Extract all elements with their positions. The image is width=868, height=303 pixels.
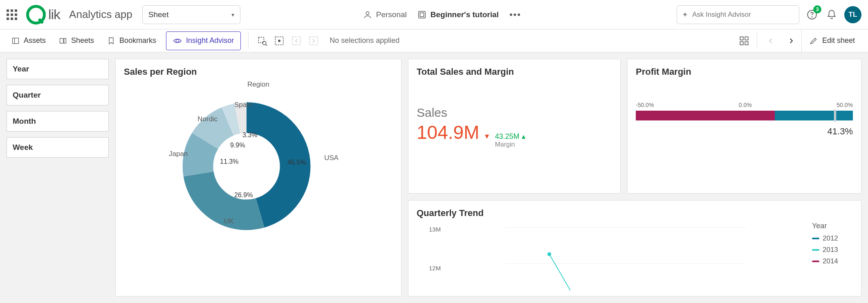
filter-month[interactable]: Month [7, 111, 109, 131]
svg-rect-7 [60, 38, 63, 43]
assets-icon [11, 37, 20, 45]
sheets-button[interactable]: Sheets [53, 29, 100, 52]
legend-2012[interactable]: 2012 [812, 234, 853, 243]
trend-ytick-13m: 13M [429, 226, 441, 233]
gauge-bar [636, 111, 853, 120]
sheet-dropdown[interactable]: Sheet ▾ [142, 5, 240, 24]
filter-pane: Year Quarter Month Week [7, 59, 109, 296]
donut-pct-spain: 3.3% [242, 131, 257, 139]
margin-title: Profit Margin [636, 67, 853, 77]
kpi-title: Total Sales and Margin [417, 67, 612, 77]
donut-pct-nordic: 9.9% [230, 142, 245, 149]
edit-sheet-label: Edit sheet [822, 36, 855, 45]
gauge-max: 50.0% [837, 102, 853, 108]
gauge-mid: 0.0% [739, 102, 752, 108]
user-avatar[interactable]: TL [844, 6, 861, 23]
sparkle-icon: ✦ [682, 10, 688, 19]
donut-label-uk: UK [224, 217, 234, 225]
quarterly-trend-card[interactable]: Quarterly Trend 13M 12M Year 2012 2013 [408, 200, 861, 296]
trend-legend: Year 2012 2013 2014 [808, 222, 853, 290]
insight-label: Insight Advisor [186, 36, 234, 45]
svg-rect-1 [419, 11, 426, 18]
svg-rect-16 [310, 37, 318, 45]
step-back-icon [291, 36, 302, 46]
total-sales-card[interactable]: Total Sales and Margin Sales 104.9M ▾ 43… [408, 59, 621, 194]
svg-point-4 [812, 16, 812, 17]
app-breadcrumb-label: Beginner's tutorial [431, 10, 499, 19]
donut-label-nordic: Nordic [197, 115, 218, 123]
donut-pct-uk: 26.9% [234, 192, 253, 199]
sheet-dropdown-label: Sheet [148, 10, 169, 19]
gauge-value: 41.3% [636, 126, 853, 137]
insight-advisor-button[interactable]: Insight Advisor [166, 31, 241, 50]
bookmarks-button[interactable]: Bookmarks [101, 29, 162, 52]
qlik-logo[interactable]: lik [26, 5, 60, 25]
sales-per-region-card[interactable]: Sales per Region Region Spain Nordic [115, 59, 401, 296]
svg-point-9 [176, 39, 179, 42]
insight-icon [173, 36, 182, 45]
user-icon [363, 10, 372, 19]
svg-rect-19 [740, 42, 743, 45]
svg-rect-2 [420, 13, 424, 16]
step-forward-icon [308, 36, 319, 46]
svg-rect-20 [745, 42, 748, 45]
grid-thumb-icon[interactable] [739, 36, 749, 46]
trend-plot[interactable]: 13M 12M [417, 222, 808, 290]
space-personal[interactable]: Personal [363, 10, 407, 19]
svg-point-14 [278, 40, 280, 41]
svg-line-12 [266, 44, 267, 45]
legend-2013[interactable]: 2013 [812, 246, 853, 254]
kpi-trend-down-icon: ▾ [485, 131, 489, 141]
assets-label: Assets [24, 36, 46, 45]
insight-search-input[interactable] [692, 11, 794, 19]
selection-status: No selections applied [330, 36, 399, 45]
svg-rect-17 [740, 37, 743, 40]
trend-title: Quarterly Trend [417, 208, 853, 218]
donut-pct-japan: 11.3% [220, 158, 238, 165]
profit-margin-card[interactable]: Profit Margin -50.0% 0.0% 50.0% 41.3% [627, 59, 861, 194]
pencil-icon [809, 36, 818, 45]
filter-quarter[interactable]: Quarter [7, 85, 109, 105]
svg-point-0 [366, 11, 369, 14]
app-launcher-icon[interactable] [7, 9, 17, 20]
donut-title: Sales per Region [124, 67, 393, 77]
edit-sheet-button[interactable]: Edit sheet [801, 29, 862, 52]
gauge-min: -50.0% [636, 102, 654, 108]
trend-legend-title: Year [812, 222, 853, 230]
space-label: Personal [376, 10, 407, 19]
more-menu-icon[interactable]: ••• [509, 9, 521, 20]
donut-label-japan: Japan [169, 150, 188, 158]
kpi-sub-value: 43.25M ▴ [495, 132, 525, 141]
svg-line-30 [550, 254, 570, 290]
donut-label-spain: Spain [234, 101, 252, 109]
svg-rect-5 [13, 38, 19, 43]
smart-select-icon[interactable] [274, 36, 285, 46]
app-breadcrumb[interactable]: Beginner's tutorial [417, 10, 499, 19]
bookmark-icon [107, 37, 115, 45]
trend-line-chart [417, 222, 808, 290]
app-icon [417, 10, 426, 19]
donut-pct-usa: 45.5% [287, 159, 306, 166]
sheets-label: Sheets [71, 36, 94, 45]
kpi-sub-label: Margin [495, 141, 525, 148]
bookmarks-label: Bookmarks [119, 36, 156, 45]
prev-sheet-button [760, 29, 781, 52]
filter-week[interactable]: Week [7, 137, 109, 158]
search-selections-icon[interactable] [257, 36, 267, 46]
bell-icon[interactable] [825, 8, 839, 22]
assets-button[interactable]: Assets [6, 29, 52, 52]
sheets-icon [59, 37, 67, 45]
svg-point-11 [262, 41, 266, 45]
next-sheet-button[interactable] [781, 29, 801, 52]
filter-year[interactable]: Year [7, 59, 109, 79]
svg-rect-15 [292, 37, 301, 45]
gauge-indicator [834, 109, 836, 122]
help-badge: 3 [813, 5, 821, 13]
trend-ytick-12m: 12M [429, 265, 441, 272]
donut-label-usa: USA [324, 154, 339, 162]
insight-search[interactable]: ✦ [677, 5, 799, 24]
legend-2014[interactable]: 2014 [812, 257, 853, 265]
svg-rect-18 [745, 37, 748, 40]
chevron-down-icon: ▾ [231, 11, 234, 18]
help-icon[interactable]: 3 [805, 8, 819, 22]
